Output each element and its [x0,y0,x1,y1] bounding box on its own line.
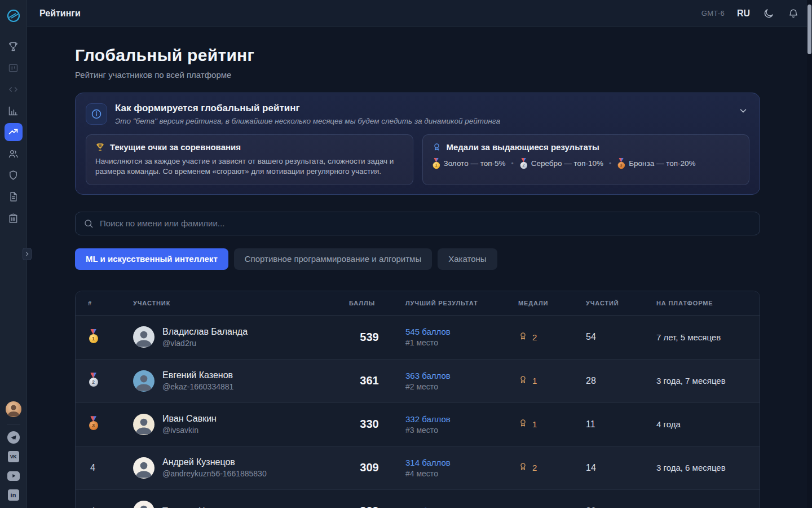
topbar-title: Рейтинги [39,8,81,19]
best-place: #3 место [405,426,513,435]
search-bar [75,212,760,235]
best-result-cell: 363 баллов#2 место [405,371,513,391]
points-value: 361 [349,374,390,387]
legend-label-silver: Серебро — топ-10% [531,159,603,168]
sidebar-item-analytics[interactable] [5,102,23,120]
table-row[interactable]: 3Иван Савкин@ivsavkin330332 баллов#3 мес… [76,402,760,446]
table-row[interactable]: 4Андрей Кузнецов@andreykuzn56-1661885830… [76,446,760,489]
participant-meta: Иван Савкин@ivsavkin [162,414,217,435]
column-header-5: УЧАСТИЙ [586,300,651,306]
on-platform-value: 3 года, 6 месяцев [656,463,747,472]
trophy-icon [7,41,19,52]
legend-item-gold: 1Золото — топ-5% [432,158,506,169]
column-header-3: ЛУЧШИЙ РЕЗУЛЬТАТ [405,300,513,306]
search-input[interactable] [100,218,752,228]
sidebar-item-community[interactable] [5,144,23,163]
app-root: VK in Рейтинги GMT-6 RU Г [0,0,812,508]
medal-disc: 1 [433,162,439,169]
points-value: 539 [349,331,390,344]
best-score-link[interactable]: 545 баллов [405,327,513,336]
medals-card-title: Медали за выдающиеся результаты [447,142,599,152]
table-row[interactable]: 4Татьяна Некрасова309309 баллов—204 года… [76,489,760,508]
chevron-down-icon [738,106,748,116]
participant-avatar [133,370,155,392]
table-row[interactable]: 2Евгений Казенов@ekaz-1660334881361363 б… [76,359,760,402]
medals-count: 2 [532,332,537,342]
medal-disc: 2 [520,162,527,169]
legend-label-bronze: Бронза — топ-20% [629,159,695,168]
main-area: Глобальный рейтинг Рейтинг участников по… [27,27,812,508]
participant-handle: @andreykuzn56-1661885830 [162,469,267,478]
tab-1[interactable]: Спортивное программирование и алгоритмы [234,248,432,270]
medal-ribbon-icon [432,142,442,152]
sidebar-item-security[interactable] [5,166,23,184]
medals-count: 2 [532,463,537,472]
youtube-icon[interactable] [7,470,20,482]
table-row[interactable]: 1Владислав Баланда@vlad2ru539545 баллов#… [76,316,760,359]
theme-toggle-button[interactable] [762,7,775,20]
medal-silver-icon: 2 [519,158,528,169]
sidebar-expand-button[interactable] [23,248,32,260]
sidebar-item-documents[interactable] [5,187,23,205]
medal-disc: 1 [89,334,98,343]
telegram-icon[interactable] [7,431,20,444]
best-score-link[interactable]: 314 баллов [405,458,513,467]
sidebar-item-competitions[interactable] [5,37,23,55]
participant-name: Владислав Баланда [162,327,248,337]
notifications-button[interactable] [787,7,800,20]
medals-info-card: Медали за выдающиеся результаты 1Золото … [422,134,750,185]
chevron-right-icon [24,251,30,257]
points-card-body: Начисляются за каждое участие и зависят … [95,156,404,177]
medals-count: 1 [532,376,537,386]
sidebar-item-organizations[interactable] [5,209,23,227]
participant-avatar [133,414,155,435]
best-score-link[interactable]: 363 баллов [405,371,513,380]
participant-avatar [133,326,155,348]
participant-meta: Евгений Казенов@ekaz-1660334881 [162,370,233,391]
participant-cell: Андрей Кузнецов@andreykuzn56-1661885830 [133,457,343,479]
trending-up-icon [7,126,19,138]
points-card-title-row: Текущие очки за соревнования [95,142,404,152]
sidebar-item-code[interactable] [5,80,23,98]
info-icon [86,103,107,125]
legend-item-bronze: 3Бронза — топ-20% [617,158,695,169]
info-banner-title: Как формируется глобальный рейтинг [115,103,500,114]
app-logo-icon[interactable] [6,8,21,23]
medal-disc: 3 [89,421,98,430]
sidebar-item-projects[interactable] [5,59,23,77]
user-avatar[interactable] [6,401,21,417]
column-header-2: БАЛЛЫ [349,300,400,306]
participant-cell: Иван Савкин@ivsavkin [133,414,343,435]
rating-table: #УЧАСТНИКБАЛЛЫЛУЧШИЙ РЕЗУЛЬТАТМЕДАЛИУЧАС… [75,291,760,508]
medal-disc: 2 [89,378,98,387]
sidebar-divider [7,424,20,424]
scrollbar-thumb[interactable] [807,5,811,54]
language-switcher[interactable]: RU [737,8,750,19]
best-score-link[interactable]: 332 баллов [405,414,513,424]
column-header-4: МЕДАЛИ [518,300,580,306]
points-value: 309 [349,461,390,474]
vk-icon[interactable]: VK [7,450,20,463]
linkedin-icon[interactable]: in [7,489,20,501]
page-title: Глобальный рейтинг [75,46,760,65]
bell-icon [788,8,799,19]
tab-0[interactable]: ML и искусственный интеллект [75,248,228,270]
rank-cell: 3 [88,416,127,432]
sidebar-item-rating[interactable] [5,123,23,141]
moon-icon [763,8,774,19]
participant-cell: Владислав Баланда@vlad2ru [133,326,343,348]
timezone-label: GMT-6 [701,9,725,17]
participant-avatar [133,457,155,479]
participant-handle: @ivsavkin [162,426,217,435]
on-platform-value: 7 лет, 5 месяцев [656,332,747,342]
table-body: 1Владислав Баланда@vlad2ru539545 баллов#… [76,316,760,508]
collapse-banner-button[interactable] [738,106,749,117]
topbar-right: GMT-6 RU [701,7,800,20]
best-place: #4 место [405,469,513,478]
rank-medal-bronze: 3 [88,416,99,430]
rank-number: 4 [88,463,95,472]
points-card-title: Текущие очки за соревнования [110,142,241,152]
participant-handle: @vlad2ru [162,339,248,348]
participant-meta: Владислав Баланда@vlad2ru [162,327,248,348]
tab-2[interactable]: Хакатоны [438,248,497,270]
